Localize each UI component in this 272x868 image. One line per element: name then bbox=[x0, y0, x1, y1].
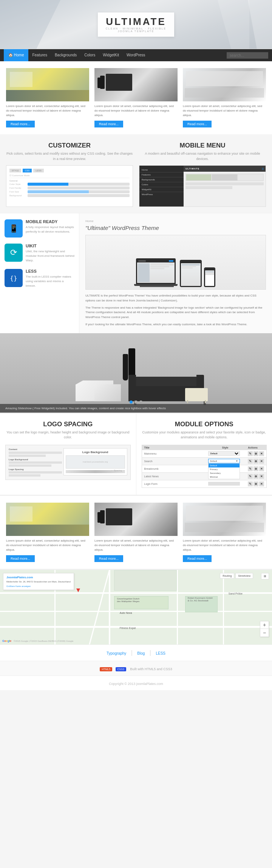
logo-title: ULTIMATE bbox=[106, 17, 166, 26]
bottom-card-1: Lorem ipsum dolor sit amet, consectetur … bbox=[6, 503, 89, 562]
logo-spacing-desc: You can set the logo margin, header heig… bbox=[5, 430, 131, 440]
map-company: JoomlaPlates.com bbox=[6, 576, 71, 579]
mobile-ready-desc: A fully responsive layout that adapts pe… bbox=[26, 225, 74, 234]
slideshow-caption: Amazing Slideshow ( Free Widgetkit) Incl… bbox=[5, 407, 267, 410]
bottom-card-2: Lorem ipsum dolor sit amet, consectetur … bbox=[94, 503, 178, 562]
wp-body-1: ULTIMATE is the perfect WordPress Theme!… bbox=[85, 293, 266, 303]
slide-dot-3[interactable] bbox=[139, 401, 142, 404]
uikit-desc: UIkit, the new lightweight and modular f… bbox=[26, 249, 74, 263]
logo-bg-label: Logo Background bbox=[66, 450, 125, 454]
less-title: LESS bbox=[26, 269, 74, 273]
module-action-b1[interactable]: ✎ bbox=[248, 466, 253, 471]
logo-sub2: JOOMLA TEMPLATE bbox=[106, 30, 166, 33]
module-action-b3[interactable]: ✕ bbox=[259, 466, 264, 471]
feature-card-3: Lorem ipsum dolor sit amet, consectetur … bbox=[183, 68, 266, 127]
bottom-card-3: Lorem ipsum dolor sit amet, consectetur … bbox=[183, 503, 266, 562]
bottom-cards-section: Lorem ipsum dolor sit amet, consectetur … bbox=[0, 495, 272, 569]
card-2-text: Lorem ipsum dolor sit amet, consectetur … bbox=[94, 104, 178, 118]
bottom-card-1-btn[interactable]: Read more... bbox=[6, 555, 35, 562]
navigation: 🏠 Home Features Backgrounds Colors Widge… bbox=[0, 49, 272, 61]
mobile-menu-desc: A modern and beautiful off-canvas naviga… bbox=[139, 151, 266, 161]
less-desc: The built-in LESS compiler makes using v… bbox=[26, 275, 74, 288]
footer-copyright-text: Copyright © 2013 joomlaPlates.com bbox=[109, 682, 163, 686]
module-action-l2[interactable]: ⊕ bbox=[253, 474, 258, 479]
css3-badge: CSS3 bbox=[116, 667, 126, 671]
html5-badge: HTML5 bbox=[100, 667, 112, 671]
footer-built-text: Built with HTML5 and CSS3 bbox=[130, 667, 172, 671]
module-action-s1[interactable]: ✎ bbox=[248, 459, 253, 464]
uikit-title: UIKIT bbox=[26, 244, 74, 248]
module-action-lf1[interactable]: ✎ bbox=[248, 481, 253, 486]
bottom-card-3-text: Lorem ipsum dolor sit amet, consectetur … bbox=[183, 539, 266, 552]
map-zoom-in[interactable]: + bbox=[260, 621, 269, 629]
customizer-desc: Pick colors, select fonts and modify siz… bbox=[6, 151, 133, 161]
search-input[interactable] bbox=[227, 52, 268, 59]
module-action-3[interactable]: ✕ bbox=[259, 451, 264, 456]
module-style-select-1[interactable]: DefaultStyle 1Style 2 bbox=[208, 451, 240, 456]
map-type-btn[interactable]: ⊞ bbox=[264, 575, 266, 578]
nav-item-backgrounds[interactable]: Backgrounds bbox=[51, 49, 80, 61]
feature-mobile-ready: 📱 MOBILE READY A fully responsive layout… bbox=[5, 219, 74, 238]
nav-item-home[interactable]: 🏠 Home bbox=[4, 49, 28, 61]
map-section: Auto Nova Gewerbegebiet Duttchdes Wallqu… bbox=[0, 569, 272, 644]
logo-spacing-title: LOGO SPACING bbox=[5, 421, 131, 428]
slideshow-section: Amazing Slideshow ( Free Widgetkit) Incl… bbox=[0, 333, 272, 413]
feature-less: {} LESS The built-in LESS compiler makes… bbox=[5, 269, 74, 288]
wp-body-3: If you'r looking for the ultimate WordPr… bbox=[85, 322, 266, 327]
card-3-btn[interactable]: Read more... bbox=[183, 121, 212, 127]
nav-item-wordpress[interactable]: WordPress bbox=[123, 49, 149, 61]
mobile-ready-title: MOBILE READY bbox=[26, 219, 74, 224]
map-link[interactable]: Größere Karte anzeigen bbox=[6, 585, 31, 587]
bottom-card-2-btn[interactable]: Read more... bbox=[94, 555, 123, 562]
module-action-s3[interactable]: ✕ bbox=[259, 459, 264, 464]
module-action-s2[interactable]: ⊕ bbox=[253, 459, 258, 464]
mobile-ready-icon: 📱 bbox=[9, 224, 19, 233]
footer-copyright: Copyright © 2013 joomlaPlates.com bbox=[0, 675, 272, 690]
card-2-btn[interactable]: Read more... bbox=[94, 121, 123, 127]
card-3-text: Lorem ipsum dolor sit amet, consectetur … bbox=[183, 104, 266, 118]
mobile-menu-title: MOBILE MENU bbox=[139, 142, 266, 149]
map-address: Meilenhofer Str. 26, 84072 Strasskirchen… bbox=[6, 580, 71, 584]
module-action-2[interactable]: ⊕ bbox=[253, 451, 258, 456]
module-action-1[interactable]: ✎ bbox=[248, 451, 253, 456]
footer-built: HTML5 CSS3 Built with HTML5 and CSS3 bbox=[0, 661, 272, 675]
bottom-card-2-text: Lorem ipsum dolor sit amet, consectetur … bbox=[94, 539, 178, 552]
footer-link-less[interactable]: LESS bbox=[156, 651, 165, 655]
module-action-lf3[interactable]: ✕ bbox=[259, 481, 264, 486]
customizer-title: CUSTOMIZER bbox=[6, 142, 133, 149]
nav-item-colors[interactable]: Colors bbox=[80, 49, 99, 61]
map-zoom-out[interactable]: − bbox=[260, 629, 269, 637]
bottom-card-1-text: Lorem ipsum dolor sit amet, consectetur … bbox=[6, 539, 89, 552]
slide-dot-2[interactable] bbox=[134, 401, 138, 404]
logo-sub1: CLEAN · MINIMIMAL · FLEXIBLE bbox=[106, 27, 166, 30]
uikit-icon: ⟳ bbox=[10, 248, 17, 258]
nav-item-features[interactable]: Features bbox=[28, 49, 51, 61]
bottom-card-3-btn[interactable]: Read more... bbox=[183, 555, 212, 562]
feature-uikit: ⟳ UIKIT UIkit, the new lightweight and m… bbox=[5, 244, 74, 263]
footer-link-typography[interactable]: Typography bbox=[107, 651, 126, 655]
card-1-text: Lorem ipsum dolor sit amet, consectetur … bbox=[6, 104, 89, 118]
footer-link-blog[interactable]: Blog bbox=[137, 651, 145, 655]
wp-section-title: "Ultimate" WordPress Theme bbox=[85, 225, 266, 231]
nav-item-widgetkit[interactable]: WidgetKit bbox=[99, 49, 123, 61]
module-options-desc: Customize your modules appearance and se… bbox=[142, 430, 267, 440]
wp-body-2: The Theme is responsive and has a native… bbox=[85, 306, 266, 320]
breadcrumb: Home bbox=[85, 219, 266, 223]
module-action-lf2[interactable]: ⊕ bbox=[253, 481, 258, 486]
footer-links-section: Typography | Blog | LESS bbox=[0, 644, 272, 661]
module-action-l3[interactable]: ✕ bbox=[259, 474, 264, 479]
feature-card-2: Lorem ipsum dolor sit amet, consectetur … bbox=[94, 68, 178, 127]
module-action-l1[interactable]: ✎ bbox=[248, 474, 253, 479]
less-icon: {} bbox=[10, 275, 17, 282]
slide-dot-1[interactable] bbox=[130, 401, 133, 404]
feature-card-1: Lorem ipsum dolor sit amet, consectetur … bbox=[6, 68, 89, 127]
home-icon: 🏠 bbox=[8, 53, 13, 57]
card-1-btn[interactable]: Read more... bbox=[6, 121, 35, 127]
module-action-b2[interactable]: ⊕ bbox=[253, 466, 258, 471]
module-options-title: MODULE OPTIONS bbox=[142, 421, 267, 428]
